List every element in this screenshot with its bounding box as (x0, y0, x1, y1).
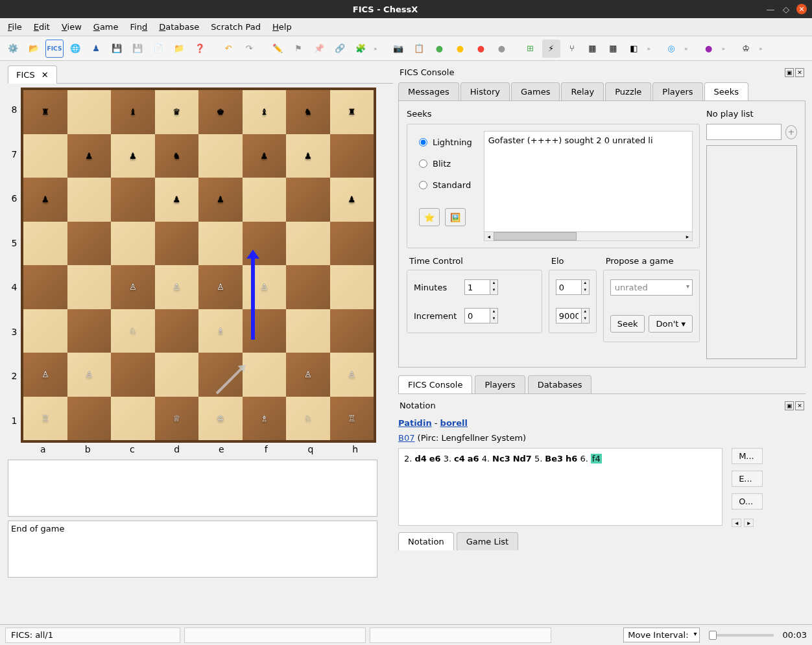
square-d4[interactable]: ♙ (155, 265, 199, 309)
fics-icon[interactable]: FICS (45, 40, 64, 58)
square-g8[interactable]: ♞ (286, 90, 330, 134)
square-g6[interactable] (286, 178, 330, 222)
tab-relay[interactable]: Relay (561, 82, 604, 100)
piece-g2[interactable]: ♙ (304, 370, 312, 379)
square-h4[interactable] (330, 265, 374, 309)
square-d3[interactable] (155, 309, 199, 353)
square-a6[interactable]: ♟ (23, 178, 67, 222)
square-h6[interactable]: ♟ (330, 178, 374, 222)
chess-board[interactable]: ♜♝♛♚♝♞♜♟♟♞♟♟♟♟♟♟♙♙♙♙♘♗♙♙♙♙♖♕♔♗♘♖ (21, 88, 376, 443)
square-h8[interactable]: ♜ (330, 90, 374, 134)
square-c6[interactable] (111, 178, 155, 222)
piece-d8[interactable]: ♛ (173, 108, 180, 116)
square-b5[interactable] (67, 222, 112, 266)
square-b4[interactable] (67, 265, 112, 309)
square-g3[interactable] (286, 309, 330, 353)
menu-edit[interactable]: Edit (34, 22, 50, 32)
tab-messages[interactable]: Messages (398, 82, 459, 100)
piece-d7[interactable]: ♞ (173, 152, 180, 160)
piece-h6[interactable]: ♟ (348, 195, 355, 204)
square-b8[interactable] (67, 90, 112, 134)
king-icon[interactable]: ♔ (737, 40, 755, 58)
chevron-icon[interactable]: » (372, 45, 379, 52)
piece-g1[interactable]: ♘ (304, 414, 312, 423)
green-circle-icon[interactable]: ● (431, 40, 449, 58)
panel-close-icon[interactable]: ✕ (795, 401, 804, 410)
piece-c4[interactable]: ♙ (129, 283, 137, 291)
piece-e6[interactable]: ♟ (217, 195, 224, 204)
tab-players[interactable]: Players (652, 82, 702, 100)
board2-icon[interactable]: ▦ (604, 40, 623, 58)
square-d8[interactable]: ♛ (155, 90, 199, 134)
board1-icon[interactable]: ▦ (584, 40, 602, 58)
square-e8[interactable]: ♚ (198, 90, 243, 134)
gear-icon[interactable]: ⚙️ (4, 40, 22, 58)
board3-icon[interactable]: ◧ (625, 40, 643, 58)
target-icon[interactable]: ◎ (662, 40, 680, 58)
folder-icon[interactable]: 📁 (170, 40, 188, 58)
menu-game[interactable]: Game (93, 22, 119, 32)
undo-icon[interactable]: ↶ (219, 40, 237, 58)
panel-detach-icon[interactable]: ▣ (785, 68, 794, 77)
grid-icon[interactable]: ⊞ (521, 40, 540, 58)
window-minimize-icon[interactable]: — (765, 4, 776, 14)
menu-view[interactable]: View (62, 22, 82, 32)
scroll-left-icon[interactable]: ◂ (484, 232, 494, 240)
move-interval-select[interactable]: Move Interval: (623, 627, 699, 642)
star-icon[interactable]: ⭐ (419, 208, 440, 226)
square-e6[interactable]: ♟ (198, 178, 243, 222)
window-maximize-icon[interactable]: ◇ (781, 4, 791, 14)
tab-close-icon[interactable]: ✕ (42, 70, 49, 80)
panel-close-icon[interactable]: ✕ (795, 68, 804, 77)
red-circle-icon[interactable]: ● (472, 40, 490, 58)
scroll-right-icon[interactable]: ▸ (683, 232, 692, 240)
chevron-icon[interactable]: » (646, 45, 652, 52)
square-h7[interactable] (330, 134, 374, 178)
square-c4[interactable]: ♙ (111, 265, 155, 309)
piece-f7[interactable]: ♟ (260, 152, 268, 160)
square-e4[interactable]: ♙ (198, 265, 243, 309)
piece-c3[interactable]: ♘ (129, 327, 137, 335)
square-e1[interactable]: ♔ (198, 397, 243, 441)
noplay-input[interactable] (706, 124, 782, 140)
square-h2[interactable]: ♙ (330, 353, 374, 397)
menu-find[interactable]: Find (130, 22, 148, 32)
piece-g8[interactable]: ♞ (304, 108, 312, 116)
nav-right-icon[interactable]: ▸ (744, 519, 754, 527)
mid-tab-databases[interactable]: Databases (528, 375, 592, 393)
square-d7[interactable]: ♞ (155, 134, 199, 178)
square-c8[interactable]: ♝ (111, 90, 155, 134)
gray-circle-icon[interactable]: ● (493, 40, 511, 58)
square-a4[interactable] (23, 265, 67, 309)
radio-blitz[interactable]: Blitz (419, 159, 472, 169)
square-f6[interactable] (243, 178, 287, 222)
eco-code-link[interactable]: B07 (398, 433, 414, 443)
edit-icon[interactable]: ✏️ (269, 40, 287, 58)
square-f4[interactable]: ♙ (243, 265, 287, 309)
mid-tab-fics-console[interactable]: FICS Console (398, 375, 472, 393)
nav-left-icon[interactable]: ◂ (732, 519, 741, 527)
tab-games[interactable]: Games (511, 82, 560, 100)
piece-d4[interactable]: ♙ (173, 283, 180, 291)
player-white-link[interactable]: Patidin (398, 418, 432, 428)
menu-database[interactable]: Database (159, 22, 199, 32)
square-a7[interactable] (23, 134, 67, 178)
side-btn-o[interactable]: O... (732, 493, 763, 510)
globe-icon[interactable]: 🌐 (66, 40, 84, 58)
seek-list[interactable]: Gofaster (++++) sought 2 0 unrated li ◂ … (484, 131, 693, 241)
piece-e4[interactable]: ♙ (217, 283, 224, 291)
square-e7[interactable] (198, 134, 243, 178)
piece-d1[interactable]: ♕ (173, 414, 180, 423)
folder-open-icon[interactable]: 📂 (25, 40, 43, 58)
square-g5[interactable] (286, 222, 330, 266)
square-g7[interactable]: ♟ (286, 134, 330, 178)
piece-c8[interactable]: ♝ (129, 108, 137, 116)
square-a5[interactable] (23, 222, 67, 266)
piece-b2[interactable]: ♙ (85, 370, 93, 379)
piece-d6[interactable]: ♟ (173, 195, 180, 204)
bottom-tab-gamelist[interactable]: Game List (457, 532, 519, 550)
square-c2[interactable] (111, 353, 155, 397)
window-close-icon[interactable]: ✕ (796, 4, 807, 14)
square-a2[interactable]: ♙ (23, 353, 67, 397)
piece-a1[interactable]: ♖ (42, 414, 49, 423)
